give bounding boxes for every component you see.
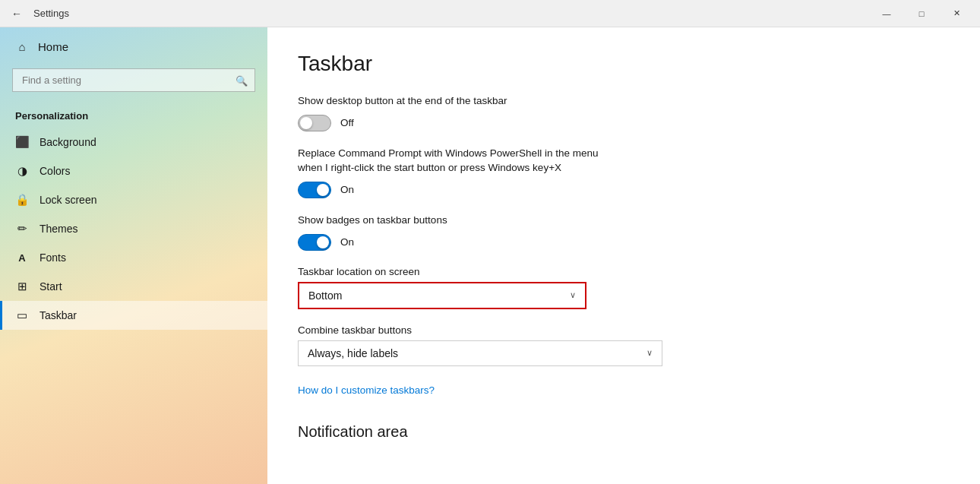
sidebar-item-label: Themes	[40, 223, 78, 235]
sidebar-item-label: Fonts	[40, 251, 66, 264]
sidebar-search-container: 🔍	[12, 68, 255, 92]
sidebar-item-lock-screen[interactable]: 🔒 Lock screen	[0, 185, 267, 214]
sidebar-item-label: Lock screen	[40, 194, 96, 206]
show-badges-setting: Show badges on taskbar buttons On	[298, 214, 950, 251]
sidebar-item-home[interactable]: ⌂ Home	[0, 27, 267, 65]
app-title: Settings	[33, 8, 869, 19]
sidebar-home-label: Home	[38, 40, 68, 53]
close-icon: ✕	[953, 8, 960, 18]
themes-icon: ✏	[15, 222, 29, 236]
replace-command-prompt-toggle-label: On	[340, 184, 354, 195]
start-icon: ⊞	[15, 280, 29, 293]
toggle-thumb	[300, 117, 312, 129]
sidebar-item-fonts[interactable]: A Fonts	[0, 243, 267, 272]
minimize-icon: —	[883, 9, 891, 18]
combine-buttons-setting: Combine taskbar buttons Always, hide lab…	[298, 324, 950, 366]
page-title: Taskbar	[298, 52, 950, 76]
customize-taskbars-link[interactable]: How do I customize taskbars?	[298, 384, 435, 396]
chevron-down-icon: ∨	[570, 290, 576, 300]
maximize-button[interactable]: □	[904, 0, 939, 27]
maximize-icon: □	[919, 9, 925, 18]
taskbar-location-label: Taskbar location on screen	[298, 266, 950, 277]
sidebar-item-colors[interactable]: ◑ Colors	[0, 157, 267, 185]
show-desktop-button-setting: Show desktop button at the end of the ta…	[298, 94, 950, 131]
taskbar-location-dropdown[interactable]: Bottom ∨	[298, 282, 586, 309]
fonts-icon: A	[15, 251, 29, 264]
sidebar-item-label: Start	[40, 280, 62, 293]
sidebar-item-start[interactable]: ⊞ Start	[0, 272, 267, 301]
taskbar-location-setting: Taskbar location on screen Bottom ∨	[298, 266, 950, 309]
sidebar-item-background[interactable]: ⬛ Background	[0, 128, 267, 157]
back-icon: ←	[11, 8, 22, 20]
search-icon: 🔍	[236, 74, 248, 86]
show-desktop-toggle-row: Off	[298, 115, 950, 131]
main-layout: ⌂ Home 🔍 Personalization ⬛ Background ◑ …	[0, 27, 980, 484]
lock-screen-icon: 🔒	[15, 193, 29, 207]
sidebar-item-label: Colors	[40, 165, 70, 177]
back-button[interactable]: ←	[6, 3, 27, 24]
show-desktop-label: Show desktop button at the end of the ta…	[298, 94, 950, 109]
replace-command-prompt-toggle-row: On	[298, 182, 950, 198]
taskbar-location-value: Bottom	[308, 289, 342, 302]
combine-buttons-label: Combine taskbar buttons	[298, 324, 950, 336]
minimize-button[interactable]: —	[869, 0, 904, 27]
combine-buttons-dropdown[interactable]: Always, hide labels ∨	[298, 340, 662, 366]
sidebar-item-themes[interactable]: ✏ Themes	[0, 214, 267, 243]
sidebar: ⌂ Home 🔍 Personalization ⬛ Background ◑ …	[0, 27, 267, 484]
show-badges-label: Show badges on taskbar buttons	[298, 214, 950, 228]
show-badges-toggle-label: On	[340, 236, 354, 248]
notification-area-heading: Notification area	[298, 423, 950, 441]
background-icon: ⬛	[15, 135, 29, 149]
title-bar: ← Settings — □ ✕	[0, 0, 980, 27]
show-desktop-toggle[interactable]	[298, 115, 331, 131]
home-icon: ⌂	[15, 40, 29, 53]
sidebar-item-taskbar[interactable]: ▭ Taskbar	[0, 301, 267, 330]
toggle-thumb	[317, 236, 329, 248]
colors-icon: ◑	[15, 164, 29, 178]
sidebar-item-label: Background	[40, 136, 96, 148]
show-desktop-toggle-label: Off	[340, 117, 354, 128]
replace-command-prompt-toggle[interactable]	[298, 182, 331, 198]
sidebar-section-title: Personalization	[0, 101, 267, 128]
close-button[interactable]: ✕	[939, 0, 974, 27]
replace-command-prompt-label: Replace Command Prompt with Windows Powe…	[298, 147, 950, 176]
window-controls: — □ ✕	[869, 0, 974, 27]
show-badges-toggle-row: On	[298, 234, 950, 251]
sidebar-item-label: Taskbar	[40, 309, 77, 321]
taskbar-icon: ▭	[15, 308, 29, 322]
toggle-thumb	[317, 184, 329, 196]
content-area: Taskbar Show desktop button at the end o…	[267, 27, 980, 484]
show-badges-toggle[interactable]	[298, 234, 331, 251]
replace-command-prompt-setting: Replace Command Prompt with Windows Powe…	[298, 147, 950, 198]
search-input[interactable]	[12, 68, 255, 92]
chevron-down-icon: ∨	[646, 348, 653, 358]
combine-buttons-value: Always, hide labels	[308, 347, 398, 359]
